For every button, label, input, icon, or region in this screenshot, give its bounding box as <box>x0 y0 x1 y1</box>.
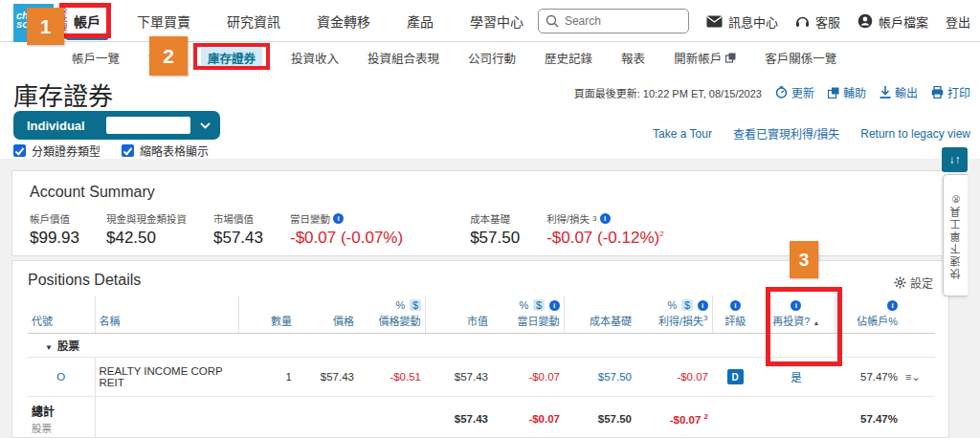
customer-service-button[interactable]: 客服 <box>795 12 840 31</box>
account-profile-button[interactable]: 帳戶檔案 <box>858 12 928 31</box>
nav-accounts[interactable]: 帳戶 <box>72 0 102 43</box>
logout-button[interactable]: 登出 <box>946 12 970 31</box>
chevron-down-icon <box>200 122 211 129</box>
col-symbol[interactable]: 代號 <box>28 296 95 334</box>
legacy-view-link[interactable]: Return to legacy view <box>860 127 970 141</box>
subnav-investment-income[interactable]: 投資收入 <box>291 49 339 67</box>
schwab-positions-page: charles SCHWAB 委託理財 帳戶 下單買賣 研究資訊 資金轉移 產品… <box>0 0 980 438</box>
metric-label: 現金與現金類投資 <box>106 211 187 226</box>
metric-account-value: 帳戶價值 $99.93 <box>30 211 79 248</box>
subnav-summary[interactable]: 帳戶一覽 <box>72 49 120 67</box>
metric-label: 成本基礎 <box>470 211 510 226</box>
condensed-table-checkbox[interactable]: 縮略表格顯示 <box>122 142 209 159</box>
rating-badge[interactable]: D <box>727 369 744 384</box>
subnav-relationship-summary[interactable]: 客戶關係一覽 <box>765 49 836 67</box>
col-price-change[interactable]: %$ 價格變動 <box>358 296 425 334</box>
total-day-change: -$0.07 <box>492 397 564 438</box>
info-icon[interactable]: i <box>333 213 344 224</box>
assist-label: 輔助 <box>843 84 866 100</box>
col-reinvest[interactable]: i 再投資? ▲ <box>758 296 835 334</box>
dollar-toggle[interactable]: $ <box>533 299 544 311</box>
pct-toggle[interactable]: % <box>520 299 529 311</box>
subnav-statements[interactable]: 報表 <box>621 49 645 67</box>
nav-learn[interactable]: 學習中心 <box>468 0 525 43</box>
message-center-label: 訊息中心 <box>728 12 778 31</box>
positions-details-card: Positions Details 設定 代號 名稱 數量 價格 %$ 價格變 <box>11 260 949 438</box>
account-selector-dropdown[interactable]: Individual <box>13 111 220 140</box>
cost-basis-link[interactable]: $57.50 <box>598 371 632 383</box>
total-market-value: $57.43 <box>425 397 492 438</box>
collapse-triangle-icon[interactable]: ▼ <box>45 343 53 352</box>
top-navigation-bar: charles SCHWAB 委託理財 帳戶 下單買賣 研究資訊 資金轉移 產品… <box>0 0 980 42</box>
quick-trade-tab[interactable]: 快速下單工具® <box>943 174 968 296</box>
printer-icon <box>931 86 944 99</box>
col-rating[interactable]: i 評級 <box>712 296 758 334</box>
realized-gain-loss-link[interactable]: 查看已實現利得/損失 <box>733 125 839 142</box>
nav-move-money[interactable]: 資金轉移 <box>315 0 372 43</box>
subnav-open-account[interactable]: 開新帳戶 <box>674 49 736 67</box>
col-qty[interactable]: 數量 <box>238 296 296 334</box>
pct-toggle[interactable]: % <box>668 299 678 311</box>
refresh-button[interactable]: 更新 <box>775 84 814 100</box>
metric-gain-loss: 利得/損失3i -$0.07 (-0.12%)2 <box>546 211 664 248</box>
last-updated-text: 頁面最後更新: 10:22 PM ET, 08/15/2023 <box>574 85 762 100</box>
nav-research[interactable]: 研究資訊 <box>225 0 282 43</box>
info-icon[interactable]: i <box>600 213 611 224</box>
row-actions-menu[interactable]: ≡⌄ <box>902 358 935 397</box>
col-gain-loss[interactable]: %$i 利得/損失3 <box>635 296 712 334</box>
subnav-portfolio-performance[interactable]: 投資組合表現 <box>368 49 439 67</box>
col-pct-account[interactable]: i 佔帳戶% <box>835 296 902 334</box>
settings-button[interactable]: 設定 <box>894 274 933 291</box>
nav-products[interactable]: 產品 <box>405 0 435 43</box>
group-row-stocks[interactable]: ▼股票 <box>28 334 935 358</box>
symbol-link[interactable]: O <box>56 371 65 383</box>
quantity-cell: 1 <box>238 358 296 397</box>
market-value-cell: $57.43 <box>425 358 492 397</box>
col-price[interactable]: 價格 <box>296 296 358 334</box>
export-button[interactable]: 輸出 <box>880 84 918 100</box>
reinvest-link[interactable]: 是 <box>791 372 802 383</box>
annotation-badge-3: 3 <box>790 241 818 278</box>
group-securities-checkbox[interactable]: 分類證券類型 <box>13 142 100 159</box>
annotation-badge-2: 2 <box>149 36 188 76</box>
search-icon <box>546 14 559 28</box>
metric-value: $57.43 <box>213 229 263 248</box>
scroll-updown-button[interactable]: ↓↑ <box>942 147 968 172</box>
subnav-positions[interactable]: 庫存證券 <box>201 45 262 71</box>
metric-footnote: 2 <box>659 230 663 238</box>
col-cost-basis[interactable]: 成本基礎 <box>564 296 635 334</box>
dollar-toggle[interactable]: $ <box>410 299 420 311</box>
subnav-history[interactable]: 歷史記錄 <box>545 49 592 67</box>
metric-day-change: 當日變動i -$0.07 (-0.07%) <box>290 211 403 248</box>
subnav-corporate-actions[interactable]: 公司行動 <box>468 49 516 67</box>
total-cost-basis: $57.50 <box>564 397 635 438</box>
info-icon[interactable]: i <box>887 300 898 311</box>
col-name[interactable]: 名稱 <box>95 296 238 334</box>
print-label: 打印 <box>947 84 970 100</box>
pct-toggle[interactable]: % <box>396 299 406 311</box>
search-input[interactable] <box>538 9 689 33</box>
view-links-row: Take a Tour 查看已實現利得/損失 Return to legacy … <box>653 125 970 142</box>
metric-cost-basis: 成本基礎 $57.50 <box>470 211 520 248</box>
col-day-change[interactable]: %$i 當日變動 <box>492 296 564 334</box>
metric-value-text: -$0.07 (-0.12%) <box>546 229 659 247</box>
info-icon[interactable]: i <box>549 300 560 311</box>
info-icon[interactable]: i <box>698 300 708 311</box>
message-center-button[interactable]: 訊息中心 <box>706 12 778 31</box>
condensed-table-label: 縮略表格顯示 <box>140 142 209 159</box>
info-icon[interactable]: i <box>730 300 741 311</box>
print-button[interactable]: 打印 <box>931 84 970 100</box>
col-market-value[interactable]: 市值 <box>425 296 492 334</box>
export-label: 輸出 <box>895 84 918 100</box>
metric-footnote: 3 <box>592 214 596 223</box>
logout-label: 登出 <box>946 12 970 31</box>
gear-icon <box>894 276 906 289</box>
info-icon[interactable]: i <box>791 300 801 311</box>
take-a-tour-link[interactable]: Take a Tour <box>653 127 712 141</box>
assist-button[interactable]: 輔助 <box>828 84 866 100</box>
external-window-icon <box>725 53 736 63</box>
assist-window-icon <box>828 87 839 99</box>
table-options-row: 分類證券類型 縮略表格顯示 <box>13 142 209 159</box>
dollar-toggle[interactable]: $ <box>681 299 692 311</box>
account-selector-label: Individual <box>27 119 85 133</box>
